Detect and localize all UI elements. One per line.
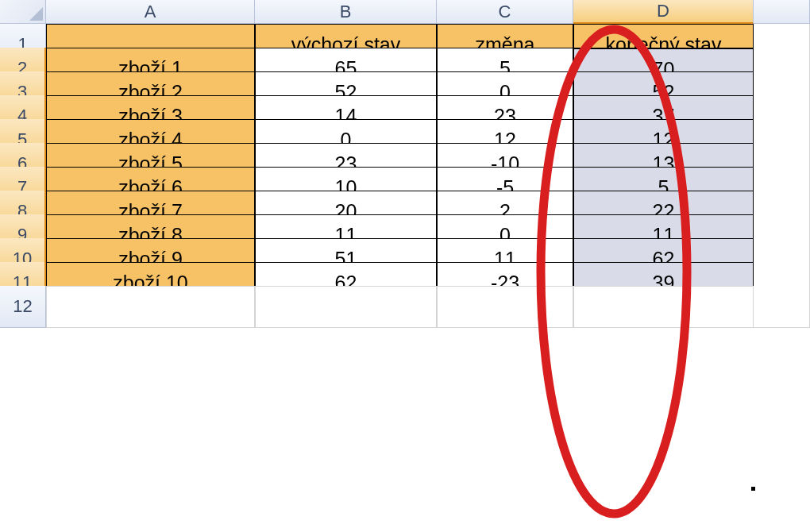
spreadsheet-grid: A B C D 1 výchozí stav změna konečný sta…	[0, 0, 810, 310]
col-header-extra[interactable]	[754, 0, 810, 24]
cell-D12[interactable]	[573, 286, 754, 328]
col-header-C[interactable]: C	[437, 0, 573, 24]
select-all-corner[interactable]	[0, 0, 46, 24]
cell-E12[interactable]	[754, 286, 810, 328]
col-header-A[interactable]: A	[46, 0, 255, 24]
cell-A12[interactable]	[46, 286, 255, 328]
fill-handle[interactable]	[750, 486, 756, 492]
cell-B12[interactable]	[255, 286, 437, 328]
col-header-D[interactable]: D	[573, 0, 754, 24]
col-header-B[interactable]: B	[255, 0, 437, 24]
cell-C12[interactable]	[437, 286, 573, 328]
row-header-12[interactable]: 12	[0, 286, 46, 328]
